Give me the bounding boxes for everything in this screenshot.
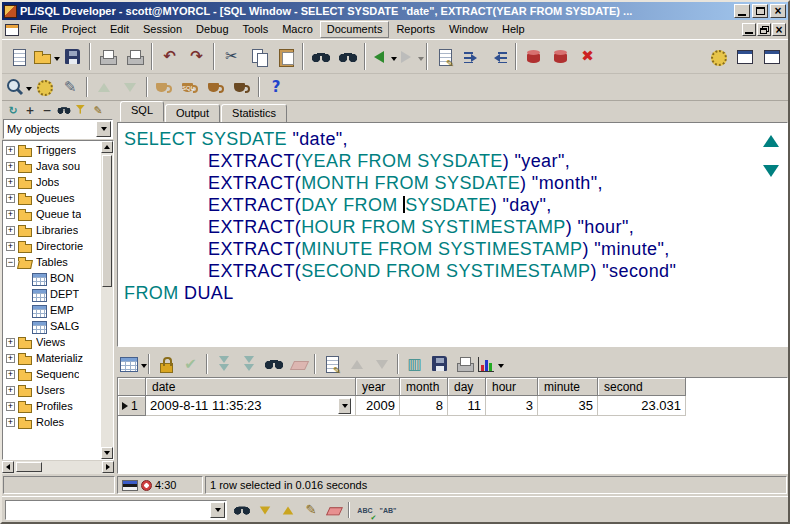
minimize-button[interactable] (734, 4, 750, 18)
edit-button[interactable]: ✎ (57, 75, 83, 99)
scroll-thumb[interactable] (16, 462, 42, 472)
tree-item-materializ[interactable]: +Materializ (3, 350, 101, 366)
scroll-down-button[interactable] (101, 447, 113, 459)
tools-button[interactable] (31, 75, 57, 99)
tree-expander[interactable]: + (6, 370, 15, 379)
menu-session[interactable]: Session (136, 21, 189, 38)
print-results-button[interactable] (452, 353, 477, 375)
cell-second[interactable]: 23.031 (598, 396, 686, 416)
editor-line[interactable]: EXTRACT(MONTH FROM SYSDATE) "month", (124, 172, 781, 194)
tree-item-sequenc[interactable]: +Sequenc (3, 366, 101, 382)
print-button[interactable] (94, 44, 121, 70)
tree-item-directorie[interactable]: +Directorie (3, 238, 101, 254)
column-header-minute[interactable]: minute (538, 378, 598, 396)
menu-project[interactable]: Project (55, 21, 103, 38)
find-input[interactable] (6, 502, 210, 518)
grid-row[interactable]: 12009-8-11 11:35:23200981133523.031 (118, 396, 787, 416)
tree-item-triggers[interactable]: +Triggers (3, 142, 101, 158)
load-layout-button[interactable] (91, 75, 117, 99)
tree-expander[interactable]: + (6, 354, 15, 363)
refresh-button[interactable]: ↻ (4, 102, 21, 117)
column-header-year[interactable]: year (356, 378, 400, 396)
column-header-hour[interactable]: hour (486, 378, 538, 396)
new-sql-window-button[interactable]: SQL (177, 75, 203, 99)
column-header-date[interactable]: date (146, 378, 356, 396)
tree-item-salg[interactable]: SALG (3, 318, 101, 334)
tree-expander[interactable]: + (6, 178, 15, 187)
sql-editor[interactable]: SELECT SYSDATE "date",EXTRACT(YEAR FROM … (117, 122, 788, 347)
child-close-button[interactable]: × (772, 23, 786, 36)
cell-day[interactable]: 11 (448, 396, 486, 416)
new-program-window-button[interactable] (151, 75, 177, 99)
new-button[interactable] (5, 44, 32, 70)
maximize-button[interactable] (752, 4, 768, 18)
tree-item-users[interactable]: +Users (3, 382, 101, 398)
help-button[interactable]: ? (263, 75, 289, 99)
tree-item-queues[interactable]: +Queues (3, 190, 101, 206)
tree-item-bon[interactable]: BON (3, 270, 101, 286)
tree-expander[interactable]: + (6, 226, 15, 235)
child-minimize-button[interactable] (742, 23, 756, 36)
copy-button[interactable] (245, 44, 272, 70)
scroll-right-button[interactable] (102, 461, 114, 473)
editor-line[interactable]: EXTRACT(YEAR FROM SYSDATE) "year", (124, 150, 781, 172)
forward-button[interactable] (396, 44, 423, 70)
tree-item-dept[interactable]: DEPT (3, 286, 101, 302)
tree-expander[interactable]: + (6, 386, 15, 395)
tree-item-roles[interactable]: +Roles (3, 414, 101, 430)
column-header-second[interactable]: second (598, 378, 686, 396)
tree-expander[interactable]: + (6, 418, 15, 427)
scroll-track[interactable] (101, 153, 113, 447)
rollback-button[interactable] (547, 44, 574, 70)
commit-button[interactable] (520, 44, 547, 70)
tree-expander[interactable]: + (6, 194, 15, 203)
find-button[interactable] (230, 500, 253, 520)
chart-button[interactable] (477, 353, 502, 375)
editor-line[interactable]: EXTRACT(DAY FROM SYSDATE) "day", (124, 194, 781, 216)
menu-file[interactable]: File (23, 21, 55, 38)
menu-macro[interactable]: Macro (275, 21, 320, 38)
describe-button[interactable] (431, 44, 458, 70)
back-button[interactable] (369, 44, 396, 70)
indent-button[interactable] (458, 44, 485, 70)
tree-item-emp[interactable]: EMP (3, 302, 101, 318)
mark-button[interactable]: ✎ (299, 500, 322, 520)
post-changes-button[interactable]: ✔ (178, 353, 203, 375)
tree-expander[interactable]: + (6, 242, 15, 251)
fetch-last-page-button[interactable] (236, 353, 261, 375)
menu-tools[interactable]: Tools (236, 21, 276, 38)
tree-item-java-sou[interactable]: +Java sou (3, 158, 101, 174)
tree-item-jobs[interactable]: +Jobs (3, 174, 101, 190)
preferences-button[interactable] (704, 44, 731, 70)
find-next-button[interactable] (253, 500, 276, 520)
window-list-button[interactable] (731, 44, 758, 70)
tree-item-tables[interactable]: −Tables (3, 254, 101, 270)
new-window-button[interactable] (758, 44, 785, 70)
unindent-button[interactable] (485, 44, 512, 70)
close-button[interactable]: × (770, 4, 786, 18)
tree-item-libraries[interactable]: +Libraries (3, 222, 101, 238)
cut-button[interactable]: ✂ (218, 44, 245, 70)
next-statement-button[interactable] (760, 159, 782, 183)
tree-vertical-scrollbar[interactable] (101, 141, 113, 459)
editor-line[interactable]: FROM DUAL (124, 282, 781, 304)
column-header-month[interactable]: month (400, 378, 448, 396)
fetch-next-page-button[interactable] (211, 353, 236, 375)
single-record-view-button[interactable]: ▥ (402, 353, 427, 375)
dropdown-arrow-icon[interactable] (498, 364, 504, 371)
dropdown-arrow-icon[interactable] (141, 364, 147, 371)
redo-button[interactable]: ↷ (183, 44, 210, 70)
menu-reports[interactable]: Reports (389, 21, 442, 38)
new-command-window-button[interactable] (229, 75, 255, 99)
whole-word-button[interactable]: ABC✔ (353, 500, 376, 520)
cell-year[interactable]: 2009 (356, 396, 400, 416)
tab-output[interactable]: Output (165, 104, 220, 123)
filter-edit-button[interactable]: ✎ (89, 102, 106, 117)
lock-button[interactable] (153, 353, 178, 375)
menu-window[interactable]: Window (442, 21, 495, 38)
find-data-button[interactable] (261, 353, 286, 375)
clear-marks-button[interactable] (322, 500, 345, 520)
menu-documents[interactable]: Documents (320, 21, 390, 38)
title-bar[interactable]: PL/SQL Developer - scott@MYORCL - [SQL W… (2, 2, 788, 20)
undo-button[interactable]: ↶ (156, 44, 183, 70)
